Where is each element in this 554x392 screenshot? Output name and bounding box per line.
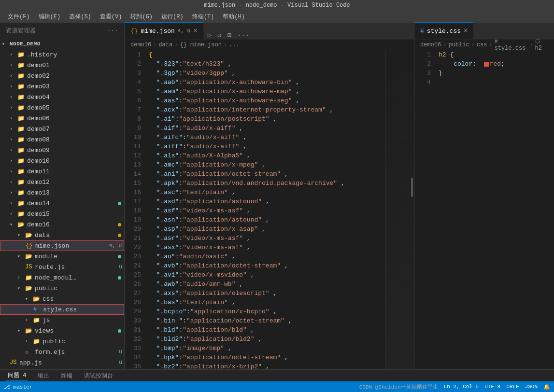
sidebar-item-demo11[interactable]: › 📁 demo11 — [0, 166, 124, 177]
code-line: ".bcpio":"application/x-bcpio" , — [149, 307, 381, 316]
menu-bar: 文件(F) 编辑(E) 选择(S) 查看(V) 转到(G) 运行(R) 终端(T… — [0, 11, 554, 23]
language-mode[interactable]: JSON — [525, 384, 538, 390]
code-line: ".aif":"audio/x-aiff" , — [149, 124, 381, 133]
git-branch[interactable]: ⎇ master — [4, 384, 32, 390]
breadcrumb-sep: › — [153, 42, 156, 48]
code-line: ".ani":"application/octet-stream" , — [149, 169, 381, 179]
sidebar-item-views[interactable]: ▾ 📂 views — [0, 325, 124, 336]
sidebar-item-demo01[interactable]: › 📁 demo01 — [0, 60, 124, 70]
menu-view[interactable]: 查看(V) — [96, 12, 126, 22]
menu-select[interactable]: 选择(S) — [65, 12, 95, 22]
code-line: h2 { — [439, 50, 550, 59]
code-line: ".bpk":"application/octet-stream" , — [149, 353, 381, 362]
sidebar-item-module[interactable]: ▾ 📂 module — [0, 251, 124, 262]
folder-open-icon: 📂 — [25, 327, 33, 335]
bottom-tab-debug[interactable]: 调试控制台 — [82, 371, 115, 381]
code-line: ".bin ":"application/octet-stream" , — [149, 316, 381, 325]
sidebar-item-demo04[interactable]: › 📁 demo04 — [0, 92, 124, 102]
bottom-tab-output[interactable]: 输出 — [36, 371, 51, 381]
sidebar-item-label: public — [43, 338, 124, 345]
sidebar-item-label: css — [43, 295, 124, 303]
sidebar-item-demo08[interactable]: › 📁 demo08 — [0, 134, 124, 145]
folder-icon: 📁 — [17, 210, 25, 218]
sidebar-item-demo02[interactable]: › 📁 demo02 — [0, 70, 124, 81]
tab-close-icon[interactable]: × — [193, 27, 197, 35]
menu-goto[interactable]: 转到(G) — [127, 12, 156, 22]
menu-help[interactable]: 帮助(H) — [219, 12, 249, 22]
sidebar-item-label: demo08 — [27, 136, 124, 143]
notification-icon[interactable]: 🔔 — [543, 384, 550, 390]
folder-icon: 📁 — [17, 83, 25, 90]
menu-edit[interactable]: 编辑(E) — [35, 12, 65, 22]
menu-run[interactable]: 运行(R) — [157, 12, 187, 22]
more-icon[interactable]: ··· — [237, 31, 249, 39]
menu-terminal[interactable]: 终端(T) — [188, 12, 218, 22]
sidebar-item-history[interactable]: › 📁 .history — [0, 49, 124, 60]
sidebar-item-route-js[interactable]: JS route.js U — [0, 262, 124, 272]
debug-icon[interactable]: ↺ — [217, 31, 221, 39]
sidebar-item-app-js[interactable]: JS app.js U — [0, 357, 124, 368]
sidebar-item-demo05[interactable]: › 📁 demo05 — [0, 102, 124, 113]
folder-icon: 📁 — [33, 338, 41, 345]
chevron-right-icon: › — [10, 84, 17, 89]
menu-file[interactable]: 文件(F) — [4, 12, 34, 22]
file-badge: U — [119, 360, 122, 365]
sidebar-item-label: .history — [27, 51, 124, 58]
sidebar-item-data[interactable]: ▾ 📂 data — [0, 230, 124, 240]
folder-icon: 📁 — [17, 157, 25, 165]
bottom-tab-problems[interactable]: 问题 4 — [6, 370, 28, 381]
chevron-right-icon: › — [10, 63, 17, 68]
sidebar-item-public[interactable]: ▾ 📂 public — [0, 283, 124, 294]
split-icon[interactable]: ⊞ — [227, 31, 231, 39]
modified-dot — [118, 255, 121, 258]
sidebar-item-demo15[interactable]: › 📁 demo15 — [0, 209, 124, 219]
modified-dot — [118, 202, 121, 205]
sidebar-item-demo06[interactable]: › 📁 demo06 — [0, 113, 124, 124]
breadcrumb-sep: › — [529, 42, 533, 48]
sidebar-item-demo16[interactable]: ▾ 📂 demo16 — [0, 219, 124, 230]
breadcrumb-sep: › — [471, 42, 475, 48]
code-content[interactable]: { ".323":"text/h323" , ".3gp":"video/3gp… — [145, 50, 385, 369]
sidebar-item-demo10[interactable]: › 📁 demo10 — [0, 155, 124, 166]
sidebar-item-node-modules[interactable]: › 📁 node_modules — [0, 272, 124, 283]
sidebar-item-demo12[interactable]: › 📁 demo12 — [0, 177, 124, 187]
sidebar-item-demo13[interactable]: › 📁 demo13 — [0, 187, 124, 198]
breadcrumb-text: # style.css — [495, 38, 528, 52]
code-line: ".aas":"application/x-authoware-seg" , — [149, 96, 381, 105]
sidebar-item-style-css[interactable]: # style.css — [0, 304, 124, 315]
folder-icon: 📁 — [17, 51, 25, 58]
sidebar-item-demo03[interactable]: › 📁 demo03 — [0, 81, 124, 92]
chevron-right-icon: › — [10, 190, 17, 196]
sidebar-item-form-ejs[interactable]: ◇ form.ejs U — [0, 347, 124, 357]
tab-close-icon[interactable]: × — [464, 27, 468, 35]
code-line: ".apk":"application/vnd.android.package-… — [149, 179, 381, 188]
code-line: ".aiff":"audio/x-aiff" , — [149, 142, 381, 151]
json-file-icon: {} — [130, 28, 138, 35]
sidebar-item-label: demo11 — [27, 168, 124, 175]
sidebar-more-icon[interactable]: ··· — [107, 28, 118, 34]
sidebar-item-package-lock[interactable]: {} package-lock.json U — [0, 368, 124, 369]
chevron-right-icon: › — [10, 148, 17, 153]
css-icon: # — [33, 306, 41, 313]
code-editor: 1234567891011121314151617181920212223242… — [125, 50, 414, 369]
css-content[interactable]: h2 { color: red; } — [435, 50, 554, 369]
sidebar-item-demo07[interactable]: › 📁 demo07 — [0, 124, 124, 134]
tab-style-css[interactable]: # style.css × — [414, 22, 473, 39]
folder-icon: 📁 — [17, 115, 25, 122]
sidebar-item-mime-json[interactable]: {} mime.json 4, U — [0, 240, 124, 251]
bottom-panel: 问题 4 输出 终端 调试控制台 — [0, 369, 554, 381]
sidebar-item-css[interactable]: ▾ 📂 css — [0, 294, 124, 304]
tab-mime-json[interactable]: {} mime.json 4, U × — [125, 22, 204, 39]
sidebar-item-js-folder[interactable]: › 📁 js — [0, 315, 124, 325]
sidebar-root[interactable]: ▾ NODE_DEMO — [0, 39, 124, 49]
code-line: { — [149, 50, 381, 59]
breadcrumb-text: {} mime.json — [180, 42, 221, 48]
sidebar-item-label: demo10 — [27, 157, 124, 165]
chevron-right-icon: › — [10, 158, 17, 164]
sidebar-item-demo14[interactable]: › 📁 demo14 — [0, 198, 124, 209]
sidebar-item-label: route.js — [35, 264, 77, 271]
sidebar-item-views-public[interactable]: › 📁 public — [0, 336, 124, 347]
run-icon[interactable]: ▷ — [208, 31, 212, 39]
sidebar-item-demo09[interactable]: › 📁 demo09 — [0, 145, 124, 155]
bottom-tab-terminal[interactable]: 终端 — [59, 371, 74, 381]
